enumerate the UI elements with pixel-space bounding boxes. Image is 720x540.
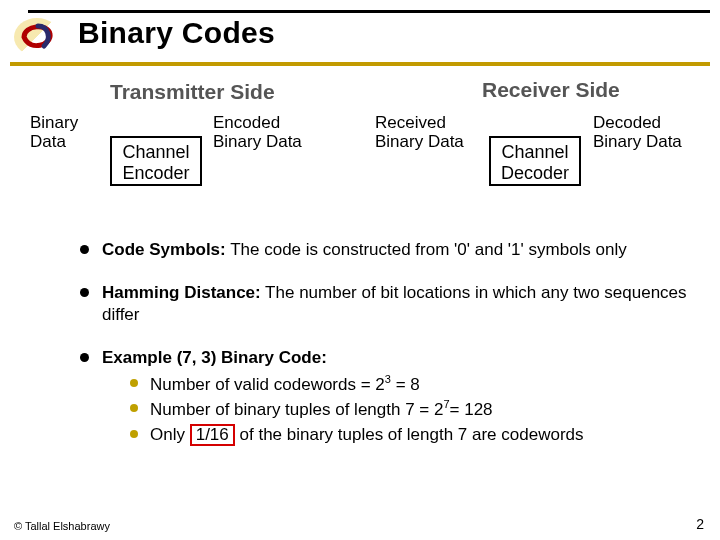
- sub1-a: Number of valid codewords = 2: [150, 375, 385, 394]
- channel-encoder-block: Channel Encoder: [110, 136, 202, 186]
- sub-only-fraction: Only 1/16 of the binary tuples of length…: [130, 423, 688, 448]
- decoded-binary-data-label: Decoded Binary Data: [593, 114, 682, 151]
- top-rule: [28, 10, 710, 13]
- page-number: 2: [696, 516, 704, 532]
- encoded-binary-data-label: Encoded Binary Data: [213, 114, 302, 151]
- text-code-symbols: The code is constructed from '0' and '1'…: [226, 240, 627, 259]
- channel-decoder-text: Channel Decoder: [501, 142, 569, 183]
- sub2-a: Number of binary tuples of length 7 = 2: [150, 400, 443, 419]
- sub-valid-codewords: Number of valid codewords = 23 = 8: [130, 372, 688, 397]
- bullet-hamming-distance: Hamming Distance: The number of bit loca…: [80, 282, 688, 325]
- channel-decoder-block: Channel Decoder: [489, 136, 581, 186]
- term-code-symbols: Code Symbols:: [102, 240, 226, 259]
- footer-copyright: © Tallal Elshabrawy: [14, 520, 110, 532]
- transmitter-side-heading: Transmitter Side: [110, 80, 275, 104]
- sub3-a: Only: [150, 425, 190, 444]
- highlight-fraction: 1/16: [190, 424, 235, 447]
- sub2-b: = 128: [450, 400, 493, 419]
- bullet-example: Example (7, 3) Binary Code: Number of va…: [80, 347, 688, 447]
- bullet-list: Code Symbols: The code is constructed fr…: [40, 239, 688, 469]
- sub3-b: of the binary tuples of length 7 are cod…: [235, 425, 584, 444]
- sub1-b: = 8: [391, 375, 420, 394]
- receiver-side-heading: Receiver Side: [482, 78, 620, 102]
- binary-data-label: Binary Data: [30, 114, 78, 151]
- term-example: Example (7, 3) Binary Code:: [102, 348, 327, 367]
- channel-encoder-text: Channel Encoder: [122, 142, 189, 183]
- received-binary-data-label: Received Binary Data: [375, 114, 464, 151]
- accent-rule: [10, 62, 710, 66]
- slide-title: Binary Codes: [78, 16, 275, 50]
- content-body: Transmitter Side Receiver Side Binary Da…: [0, 74, 720, 516]
- example-sublist: Number of valid codewords = 23 = 8 Numbe…: [102, 372, 688, 447]
- bullet-code-symbols: Code Symbols: The code is constructed fr…: [80, 239, 688, 260]
- logo-icon: [14, 18, 60, 56]
- title-bar: Binary Codes: [0, 0, 720, 68]
- term-hamming: Hamming Distance:: [102, 283, 261, 302]
- sub-binary-tuples: Number of binary tuples of length 7 = 27…: [130, 397, 688, 422]
